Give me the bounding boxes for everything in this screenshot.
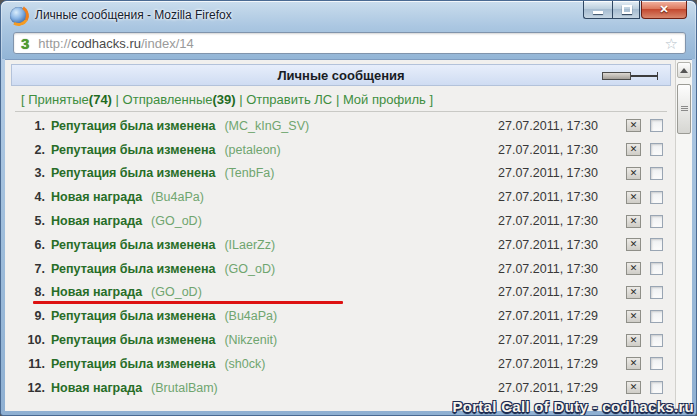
message-sender-link[interactable]: (Bu4aPa) xyxy=(224,309,277,323)
message-checkbox[interactable] xyxy=(650,262,663,275)
message-sender-link[interactable]: (ILaerZz) xyxy=(224,238,275,252)
message-number: 3. xyxy=(11,166,45,180)
delete-message-button[interactable]: ✕ xyxy=(626,143,641,156)
nav-separator: | xyxy=(116,92,123,107)
message-sender-link[interactable]: (petaleon) xyxy=(224,143,280,157)
message-sender-link[interactable]: (BrutalBam) xyxy=(151,381,218,395)
message-row: 10. Репутация была изменена (Nikzenit) 2… xyxy=(11,328,673,352)
delete-message-button[interactable]: ✕ xyxy=(626,191,641,204)
message-row: 11. Репутация была изменена (sh0ck) 27.0… xyxy=(11,352,673,376)
message-date: 27.07.2011, 17:30 xyxy=(498,143,598,157)
delete-message-button[interactable]: ✕ xyxy=(626,215,641,228)
delete-message-button[interactable]: ✕ xyxy=(626,310,641,323)
url-bar[interactable]: 3 http://codhacks.ru/index/14 ☆ xyxy=(13,32,686,54)
message-checkbox[interactable] xyxy=(650,238,663,251)
message-date: 27.07.2011, 17:29 xyxy=(498,381,598,395)
message-date: 27.07.2011, 17:29 xyxy=(498,333,598,347)
delete-message-button[interactable]: ✕ xyxy=(626,262,641,275)
message-subject-link[interactable]: Репутация была изменена xyxy=(51,119,215,133)
message-row: 6. Репутация была изменена (ILaerZz) 27.… xyxy=(11,233,673,257)
message-number: 10. xyxy=(11,333,45,347)
message-sender-link[interactable]: (Bu4aPa) xyxy=(151,190,204,204)
message-row: 5. Новая награда (GO_oD) 27.07.2011, 17:… xyxy=(11,209,673,233)
delete-message-button[interactable]: ✕ xyxy=(626,286,641,299)
message-subject-link[interactable]: Новая награда xyxy=(51,190,142,204)
pm-header: Личные сообщения xyxy=(11,64,671,86)
bookmark-star-icon[interactable]: ☆ xyxy=(665,36,678,51)
message-checkbox[interactable] xyxy=(650,310,663,323)
window-title: Личные сообщения - Mozilla Firefox xyxy=(35,8,232,22)
message-sender-link[interactable]: (GO_oD) xyxy=(224,262,275,276)
delete-message-button[interactable]: ✕ xyxy=(626,381,641,394)
message-row: 9. Репутация была изменена (Bu4aPa) 27.0… xyxy=(11,304,673,328)
message-sender-link[interactable]: (sh0ck) xyxy=(224,357,265,371)
message-subject-link[interactable]: Репутация была изменена xyxy=(51,166,215,180)
message-sender-link[interactable]: (GO_oD) xyxy=(151,285,202,299)
message-subject-link[interactable]: Репутация была изменена xyxy=(51,143,215,157)
maximize-icon xyxy=(622,5,632,14)
message-number: 9. xyxy=(11,309,45,323)
scrollbar[interactable] xyxy=(675,60,692,411)
message-subject-link[interactable]: Репутация была изменена xyxy=(51,309,215,323)
message-checkbox[interactable] xyxy=(650,381,663,394)
message-date: 27.07.2011, 17:30 xyxy=(498,262,598,276)
message-number: 12. xyxy=(11,381,45,395)
message-checkbox[interactable] xyxy=(650,191,663,204)
message-row: 1. Репутация была изменена (MC_kInG_SV) … xyxy=(11,114,673,138)
message-sender-link[interactable]: (TenbFa) xyxy=(224,166,274,180)
message-subject-link[interactable]: Новая награда xyxy=(51,381,142,395)
pm-nav-link[interactable]: Отправленные(39) xyxy=(123,92,236,107)
delete-message-button[interactable]: ✕ xyxy=(626,357,641,370)
message-checkbox[interactable] xyxy=(650,357,663,370)
message-row: 4. Новая награда (Bu4aPa) 27.07.2011, 17… xyxy=(11,185,673,209)
message-sender-link[interactable]: (GO_oD) xyxy=(151,214,202,228)
up-arrow-icon xyxy=(680,64,688,73)
message-checkbox[interactable] xyxy=(650,286,663,299)
delete-message-button[interactable]: ✕ xyxy=(626,119,641,132)
delete-message-button[interactable]: ✕ xyxy=(626,334,641,347)
pm-nav-link[interactable]: Принятые(74) xyxy=(28,92,112,107)
message-checkbox[interactable] xyxy=(650,119,663,132)
delete-message-button[interactable]: ✕ xyxy=(626,238,641,251)
message-subject-link[interactable]: Репутация была изменена xyxy=(51,333,215,347)
message-sender-link[interactable]: (MC_kInG_SV) xyxy=(224,119,309,133)
delete-message-button[interactable]: ✕ xyxy=(626,167,641,180)
pm-nav-link[interactable]: Отправить ЛС xyxy=(246,92,332,107)
nav-separator: | xyxy=(336,92,343,107)
scrollbar-up-button[interactable] xyxy=(677,62,691,78)
message-subject-link[interactable]: Репутация была изменена xyxy=(51,238,215,252)
message-checkbox[interactable] xyxy=(650,334,663,347)
nav-close-bracket: ] xyxy=(429,92,433,107)
nav-link-label: Отправить ЛС xyxy=(246,92,332,107)
slider-handle[interactable] xyxy=(602,72,631,80)
message-subject-link[interactable]: Репутация была изменена xyxy=(51,357,215,371)
message-row: 8. Новая награда (GO_oD) 27.07.2011, 17:… xyxy=(11,281,673,305)
message-sender-link[interactable]: (Nikzenit) xyxy=(224,333,277,347)
close-button[interactable]: ✕ xyxy=(641,1,687,19)
message-subject-link[interactable]: Репутация была изменена xyxy=(51,262,215,276)
minimize-button[interactable] xyxy=(583,1,612,19)
message-checkbox[interactable] xyxy=(650,167,663,180)
message-number: 1. xyxy=(11,119,45,133)
message-date: 27.07.2011, 17:30 xyxy=(498,285,598,299)
page-viewport: Личные сообщения [ Принятые(74) | Отправ… xyxy=(5,59,692,411)
firefox-window: Личные сообщения - Mozilla Firefox ✕ 3 h… xyxy=(0,0,697,416)
message-number: 5. xyxy=(11,214,45,228)
titlebar[interactable]: Личные сообщения - Mozilla Firefox ✕ xyxy=(1,1,696,29)
scrollbar-thumb[interactable] xyxy=(677,84,691,134)
message-checkbox[interactable] xyxy=(650,143,663,156)
message-subject-link[interactable]: Новая награда xyxy=(51,285,142,299)
maximize-button[interactable] xyxy=(612,1,640,19)
browser-chrome: Личные сообщения - Mozilla Firefox ✕ 3 h… xyxy=(1,1,696,59)
message-row: 12. Новая награда (BrutalBam) 27.07.2011… xyxy=(11,376,673,400)
message-subject-link[interactable]: Новая награда xyxy=(51,214,142,228)
nav-link-label: Мой профиль xyxy=(343,92,426,107)
pm-nav-link[interactable]: Мой профиль xyxy=(343,92,426,107)
url-path: /index/14 xyxy=(141,36,194,51)
pm-nav: [ Принятые(74) | Отправленные(39) | Отпр… xyxy=(21,92,673,107)
url-scheme: http:// xyxy=(38,36,71,51)
message-number: 11. xyxy=(11,357,45,371)
message-date: 27.07.2011, 17:30 xyxy=(498,238,598,252)
message-checkbox[interactable] xyxy=(650,215,663,228)
message-date: 27.07.2011, 17:30 xyxy=(498,166,598,180)
